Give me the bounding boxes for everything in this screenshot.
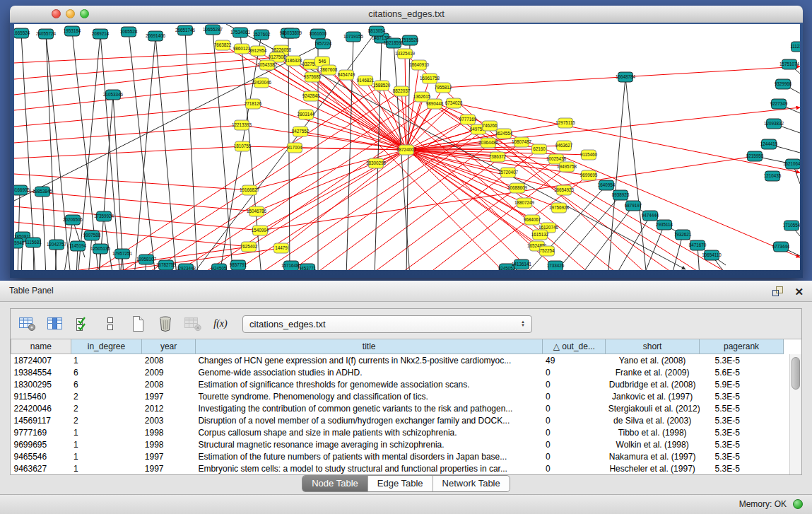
graph-node[interactable]: 6879197 (625, 201, 642, 211)
graph-node[interactable]: 3624554 (495, 129, 513, 139)
close-panel-icon[interactable]: ✕ (794, 286, 804, 297)
graph-node[interactable]: 19958107 (136, 255, 157, 264)
graph-node[interactable]: 10543382 (257, 60, 278, 70)
graph-node[interactable]: 1640954 (598, 180, 616, 190)
graph-node[interactable]: 8427552 (292, 127, 310, 136)
table-row[interactable]: 2242004622012Investigating the contribut… (11, 402, 784, 414)
graph-node[interactable]: 15720407 (498, 168, 519, 177)
delete-column-icon[interactable] (155, 313, 175, 334)
graph-node[interactable]: 2803144 (298, 110, 315, 119)
graph-node[interactable]: 16648784 (616, 72, 636, 82)
graph-node[interactable]: 8822037 (393, 86, 411, 96)
table-row[interactable]: 1830029562008Estimation of significance … (11, 378, 784, 390)
graph-node[interactable]: 9375685 (304, 72, 322, 82)
float-panel-icon[interactable] (772, 286, 784, 297)
graph-node[interactable]: 1810755 (234, 141, 252, 151)
graph-node[interactable]: 17359924 (94, 211, 114, 221)
graph-node[interactable]: 10719155 (343, 32, 364, 42)
graph-node[interactable]: 817004 (287, 143, 302, 153)
graph-node[interactable]: 7386372 (489, 152, 507, 162)
graph-node[interactable]: 3915948 (14, 238, 25, 248)
graph-node[interactable]: 8813054 (368, 26, 386, 36)
graph-node[interactable]: 12042757 (47, 240, 67, 250)
graph-node[interactable]: 8061600 (310, 29, 327, 39)
column-header-pagerank[interactable]: pagerank (700, 339, 784, 354)
graph-node[interactable]: 20691406 (146, 31, 166, 41)
column-header-title[interactable]: title (195, 339, 543, 354)
graph-node[interactable]: 10654110 (702, 250, 722, 260)
graph-node[interactable]: 21053346 (103, 90, 124, 100)
graph-node[interactable]: 19495758 (557, 162, 577, 172)
graph-node[interactable]: 12213393 (232, 120, 252, 130)
graph-node[interactable]: 9146821 (357, 76, 375, 86)
graph-node[interactable]: 9474444 (642, 211, 659, 221)
graph-node[interactable]: 10807487 (512, 137, 532, 147)
graph-node[interactable]: 18807249 (514, 198, 535, 208)
graph-node[interactable]: 8938923 (612, 190, 630, 200)
graph-node[interactable]: 14136141 (512, 259, 532, 269)
column-header-year[interactable]: year (142, 339, 196, 354)
graph-node[interactable]: 12923448 (176, 264, 196, 270)
graph-node[interactable]: 8912954 (249, 46, 267, 56)
graph-node[interactable]: 9997588 (83, 230, 101, 240)
column-header-short[interactable]: short (606, 339, 700, 354)
graph-node[interactable]: 9890448 (426, 99, 444, 109)
table-row[interactable]: 1456911722003Disruption of a novel membe… (11, 414, 784, 426)
graph-node[interactable]: 17534061 (230, 28, 251, 37)
zoom-window-button[interactable] (80, 9, 89, 18)
column-header-in_degree[interactable]: in_degree (71, 339, 142, 354)
graph-node[interactable]: 9242848 (302, 91, 320, 101)
graph-node[interactable]: 9115460 (580, 150, 598, 160)
graph-node[interactable]: 7955812 (435, 83, 452, 93)
tab-node-table[interactable]: Node Table (302, 476, 367, 491)
graph-node[interactable]: 1588520 (373, 81, 391, 90)
graph-node[interactable]: 1733426 (547, 261, 565, 270)
graph-node[interactable]: 9860123 (233, 44, 251, 54)
table-row[interactable]: 946362711997Embryonic stem cells: a mode… (11, 462, 784, 474)
graph-node[interactable]: 19166827 (240, 185, 260, 195)
graph-node[interactable]: 2867608 (320, 65, 338, 75)
column-header-name[interactable]: name (11, 339, 71, 354)
graph-node[interactable]: 10688609 (507, 183, 528, 193)
graph-node[interactable]: 9684067 (524, 215, 541, 225)
table-row[interactable]: 946554611997Estimation of the future num… (11, 450, 784, 462)
graph-node[interactable]: 8186328 (285, 56, 302, 66)
graph-node[interactable]: 18300295 (366, 158, 387, 168)
graph-node[interactable]: 746266 (482, 121, 498, 131)
graph-node[interactable]: 9777169 (459, 115, 477, 124)
graph-node[interactable]: 16033809 (282, 28, 302, 38)
select-columns-icon[interactable] (45, 313, 65, 334)
graph-node[interactable]: 15046786 (247, 206, 267, 216)
selection-mode-icon[interactable] (73, 313, 93, 334)
table-options-icon[interactable] (18, 313, 37, 334)
graph-node[interactable]: 1665524 (14, 28, 30, 38)
graph-node[interactable]: 16210643 (783, 159, 800, 169)
graph-node[interactable]: 6734028 (445, 98, 463, 108)
scrollbar-thumb[interactable] (792, 357, 800, 390)
graph-node[interactable]: 9857791 (230, 260, 247, 270)
delete-table-icon[interactable] (183, 313, 203, 334)
graph-node[interactable]: 26651746 (175, 25, 196, 35)
graph-node[interactable]: 8454749 (338, 70, 355, 80)
graph-node[interactable]: 1540994 (252, 226, 269, 235)
graph-node[interactable]: 2089214 (92, 29, 110, 39)
graph-node[interactable]: 17957251 (112, 249, 133, 259)
graph-node[interactable]: 7857224 (314, 39, 332, 49)
table-row[interactable]: 969969511998Structural magnetic resonanc… (11, 438, 784, 450)
table-selector[interactable]: citations_edges.txt ▲▼ (242, 315, 532, 333)
graph-node[interactable]: 9453771 (299, 264, 317, 270)
graph-node[interactable]: 1710554 (783, 221, 800, 230)
graph-node[interactable]: 19853845 (33, 187, 53, 197)
table-row[interactable]: 1938455462009Genome-wide association stu… (11, 366, 784, 378)
graph-node[interactable]: 16654923 (554, 185, 575, 195)
graph-node[interactable]: 1145194 (69, 241, 87, 251)
graph-node[interactable]: 22420046 (252, 78, 272, 88)
graph-node[interactable]: 2718126 (245, 99, 262, 109)
row-height-icon[interactable] (100, 313, 120, 334)
graph-node[interactable]: 1065528 (120, 27, 138, 37)
graph-node[interactable]: 1615132 (531, 230, 549, 240)
graph-node[interactable]: 62160 (532, 144, 547, 154)
graph-node[interactable]: 924505 (211, 264, 227, 270)
graph-node[interactable]: 9227349 (770, 99, 788, 109)
table-row[interactable]: 977716911998Corpus callosum shape and si… (11, 426, 784, 438)
